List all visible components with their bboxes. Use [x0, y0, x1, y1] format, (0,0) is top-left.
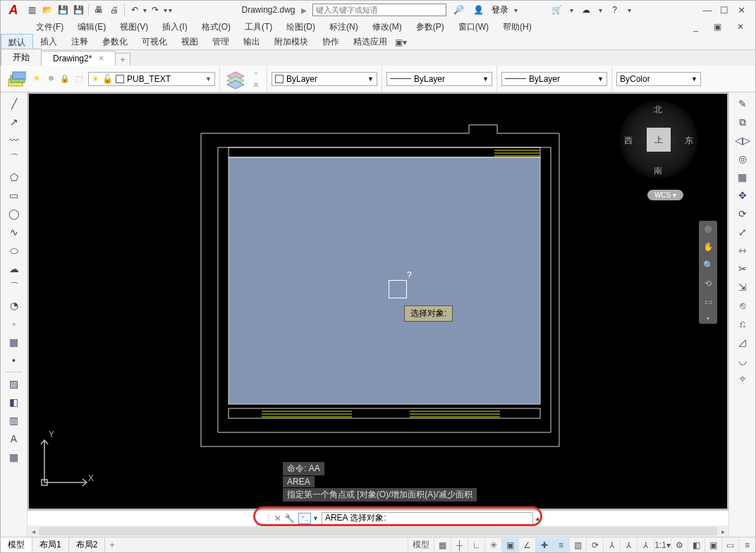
- fillet-icon[interactable]: ◡: [733, 352, 752, 369]
- text-icon[interactable]: A: [4, 430, 24, 447]
- circle-icon[interactable]: ◯: [4, 205, 24, 222]
- menu-window[interactable]: 窗口(W): [451, 21, 496, 33]
- cmd-expand-icon[interactable]: ▲: [535, 515, 541, 522]
- ellipse-icon[interactable]: ⬭: [4, 242, 24, 259]
- tab-insert[interactable]: 插入: [33, 34, 64, 50]
- ortho-icon[interactable]: ∟: [468, 538, 484, 552]
- nav-bar[interactable]: ◎ ✋ 🔍 ⟲ ▭ ▾: [699, 221, 717, 324]
- app-logo[interactable]: A: [4, 1, 23, 18]
- show-icon[interactable]: ▭: [701, 297, 715, 311]
- plotstyle-dropdown[interactable]: ByColor▼: [616, 72, 701, 86]
- region-icon[interactable]: ▥: [4, 412, 24, 429]
- open-icon[interactable]: 📂: [40, 3, 54, 17]
- erase-icon[interactable]: ✎: [733, 95, 752, 112]
- block-icon[interactable]: ▦: [4, 334, 24, 351]
- viewcube-top[interactable]: 上: [647, 128, 671, 152]
- chamfer-icon[interactable]: ◿: [733, 334, 752, 351]
- redo-icon[interactable]: ↷: [148, 3, 162, 17]
- cmd-grip-icon[interactable]: ⋮⋮: [264, 514, 274, 523]
- tab-view[interactable]: 视图: [174, 34, 205, 50]
- user-icon[interactable]: 👤: [472, 3, 486, 17]
- gradient-icon[interactable]: ◧: [4, 394, 24, 411]
- window-max-icon[interactable]: ☐: [717, 5, 731, 16]
- copy-icon[interactable]: ⧉: [733, 114, 752, 130]
- hatch-icon[interactable]: ▨: [4, 375, 24, 392]
- menu-insert[interactable]: 插入(I): [155, 21, 194, 33]
- osnap-icon[interactable]: ▣: [501, 538, 518, 552]
- table-icon[interactable]: ▦: [4, 449, 24, 466]
- gear-icon[interactable]: ⚙: [671, 538, 688, 552]
- stretch-icon[interactable]: ⇿: [733, 242, 752, 259]
- menu-edit[interactable]: 编辑(E): [71, 21, 113, 33]
- tab-collab[interactable]: 协作: [315, 34, 346, 50]
- menu-draw[interactable]: 绘图(D): [279, 21, 322, 33]
- anno2-icon[interactable]: ⅄: [620, 538, 637, 552]
- array-icon[interactable]: ▦: [733, 169, 752, 186]
- zoom-icon[interactable]: 🔍: [701, 260, 715, 274]
- ribbon-expand-icon[interactable]: ▣▾: [394, 37, 407, 47]
- menu-modify[interactable]: 修改(M): [365, 21, 409, 33]
- grid-icon[interactable]: ▦: [434, 538, 451, 552]
- print-icon[interactable]: 🖨: [107, 3, 121, 17]
- menu-param[interactable]: 参数(P): [409, 21, 451, 33]
- tab-addons[interactable]: 附加模块: [267, 34, 315, 50]
- help-icon[interactable]: ?: [608, 3, 622, 17]
- move-icon[interactable]: ✥: [733, 187, 752, 204]
- linetype-dropdown[interactable]: ByLayer▼: [386, 72, 492, 86]
- h-scrollbar[interactable]: ◂▸: [28, 525, 728, 537]
- trim-icon[interactable]: ✂: [733, 260, 752, 277]
- cycsel-icon[interactable]: ⟳: [586, 538, 603, 552]
- redo-dropdown-icon[interactable]: ▾: [164, 6, 167, 14]
- view-cube[interactable]: 上 北 南 东 西: [620, 101, 697, 178]
- ray-icon[interactable]: ↗: [4, 114, 24, 130]
- plot-icon[interactable]: 🖶: [92, 3, 106, 17]
- qat-more-icon[interactable]: ▾: [169, 6, 172, 14]
- rotate-icon[interactable]: ⟳: [733, 205, 752, 222]
- line-icon[interactable]: ╱: [4, 95, 24, 112]
- wheel-icon[interactable]: ◎: [701, 224, 715, 238]
- wcs-badge[interactable]: WCS ▾: [647, 190, 683, 200]
- doc-min-icon[interactable]: _: [686, 22, 705, 32]
- max-icon[interactable]: ▣: [705, 538, 721, 552]
- arc2-icon[interactable]: ⌒: [4, 279, 24, 296]
- join-icon[interactable]: ⎌: [733, 315, 752, 332]
- file-tab-drawing[interactable]: Drawing2*×: [41, 51, 116, 66]
- cmd-config-icon[interactable]: 🔧: [284, 514, 295, 523]
- tab-default[interactable]: 默认: [1, 34, 33, 51]
- window-close-icon[interactable]: ✕: [734, 5, 748, 16]
- list-icon[interactable]: ≡: [250, 79, 262, 90]
- dynamic-icon[interactable]: ✚: [535, 538, 552, 552]
- undo-dropdown-icon[interactable]: ▾: [143, 6, 147, 14]
- tab-annotate[interactable]: 注释: [64, 34, 95, 50]
- anno1-icon[interactable]: ⅄: [603, 538, 620, 552]
- menu-view[interactable]: 视图(V): [113, 21, 155, 33]
- lineweight-dropdown[interactable]: ByLayer▼: [501, 72, 607, 86]
- rectangle-icon[interactable]: ▭: [4, 187, 24, 204]
- doc-close-icon[interactable]: ✕: [730, 22, 751, 32]
- spline-icon[interactable]: ∿: [4, 224, 24, 241]
- cmd-close-icon[interactable]: ✕: [274, 514, 284, 523]
- new-tab-button[interactable]: ＋: [115, 53, 130, 66]
- layer-lock-icon[interactable]: 🔒: [59, 73, 71, 85]
- close-icon[interactable]: ×: [99, 54, 104, 63]
- cloud-icon[interactable]: ☁: [4, 260, 24, 277]
- file-tab-start[interactable]: 开始: [1, 49, 42, 66]
- polygon-icon[interactable]: ⬠: [4, 169, 24, 186]
- menu-dim[interactable]: 标注(N): [322, 21, 365, 33]
- clean-icon[interactable]: ▭: [721, 538, 738, 552]
- pan-icon[interactable]: ✋: [701, 242, 715, 256]
- tab-param[interactable]: 参数化: [95, 34, 135, 50]
- menu-help[interactable]: 帮助(H): [496, 21, 539, 33]
- cart-icon[interactable]: 🛒: [550, 3, 564, 17]
- tab-manage[interactable]: 管理: [205, 34, 236, 50]
- snap-icon[interactable]: ┼: [451, 538, 468, 552]
- lwidth-icon[interactable]: ≡: [552, 538, 569, 552]
- login-label[interactable]: 登录: [492, 4, 508, 16]
- layout-tab-1[interactable]: 布局1: [32, 537, 69, 552]
- arc-icon[interactable]: ⌒: [4, 150, 24, 167]
- layout-add-button[interactable]: ＋: [105, 539, 119, 551]
- save-icon[interactable]: 💾: [56, 3, 70, 17]
- polar-icon[interactable]: ✳: [484, 538, 501, 552]
- new-icon[interactable]: ▥: [25, 3, 39, 17]
- break-icon[interactable]: ⎋: [733, 297, 752, 314]
